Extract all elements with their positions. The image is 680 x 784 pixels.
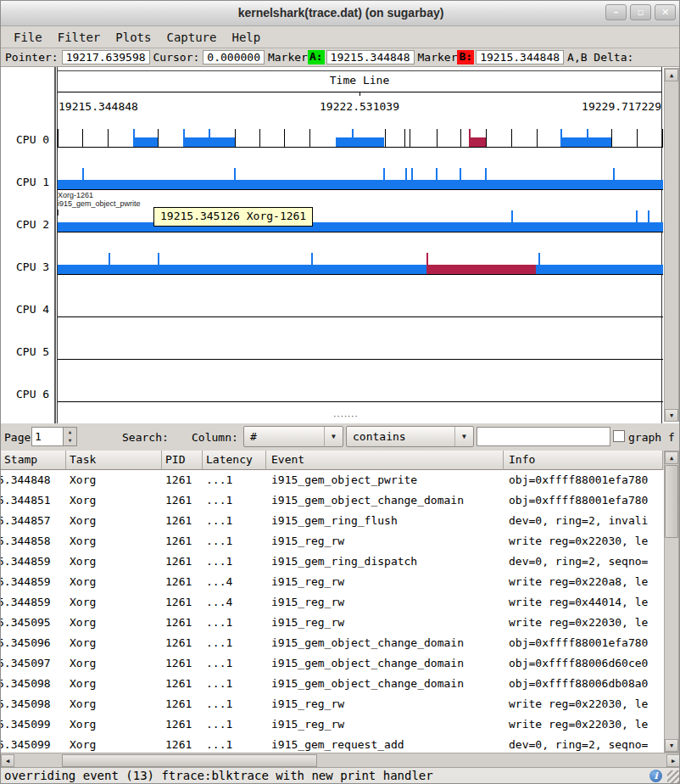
cpu-row-label: CPU 1 <box>16 176 49 188</box>
table-row[interactable]: 5.345098Xorg1261...1i915_reg_rwwrite reg… <box>1 694 664 714</box>
scroll-left-icon[interactable]: ◀ <box>1 754 14 767</box>
col-header-stamp[interactable]: Stamp <box>1 451 66 470</box>
table-row[interactable]: 5.344857Xorg1261...1i915_gem_ring_flushd… <box>1 511 664 531</box>
maximize-button[interactable]: ▫ <box>630 4 651 20</box>
cursor-value: 0.000000 <box>203 50 265 64</box>
col-header-event[interactable]: Event <box>266 451 504 470</box>
table-header: Stamp Task PID Latency Event Info <box>1 451 664 470</box>
page-spinbox[interactable]: 1 ▲▼ <box>31 427 77 446</box>
table-row[interactable]: 5.344859Xorg1261...4i915_reg_rwwrite reg… <box>1 592 664 613</box>
task-event-tick <box>469 129 471 147</box>
cell-task: Xorg <box>66 694 162 714</box>
table-row[interactable]: 5.344851Xorg1261...1i915_gem_object_chan… <box>1 490 664 511</box>
event-tick <box>611 129 612 147</box>
table-row[interactable]: 5.345099Xorg1261...1i915_reg_rwwrite reg… <box>1 714 664 735</box>
task-bar <box>58 265 426 274</box>
table-row[interactable]: 5.345096Xorg1261...1i915_gem_object_chan… <box>1 633 664 653</box>
title-bar[interactable]: kernelshark(trace.dat) (on sugarbay) – ▫… <box>1 1 680 26</box>
column-label: Column: <box>192 431 238 444</box>
table-row[interactable]: 5.344859Xorg1261...4i915_reg_rwwrite reg… <box>1 572 664 592</box>
col-header-task[interactable]: Task <box>66 451 162 470</box>
cell-stamp: 5.344858 <box>1 531 66 552</box>
task-bar <box>426 265 536 274</box>
hscroll-thumb[interactable] <box>62 754 317 767</box>
search-input[interactable] <box>477 427 610 446</box>
column-select[interactable]: # ▼ <box>243 426 343 447</box>
table-vscrollbar[interactable]: ▲ ▼ <box>664 451 679 753</box>
cell-task: Xorg <box>66 592 162 613</box>
graph-scroll-down-icon[interactable]: ▼ <box>665 409 678 422</box>
menu-capture[interactable]: Capture <box>159 28 224 47</box>
scroll-right-icon[interactable]: ▶ <box>666 754 680 767</box>
graph-follows-checkbox[interactable] <box>613 430 625 442</box>
table-hscrollbar[interactable]: ◀ ▶ <box>1 753 680 767</box>
task-bar <box>536 265 663 274</box>
task-event-tick <box>109 253 110 274</box>
cpu-row-label: CPU 5 <box>16 345 49 358</box>
cell-pid: 1261 <box>162 470 203 490</box>
table-row[interactable]: 5.344859Xorg1261...1i915_gem_ring_dispat… <box>1 552 664 572</box>
task-event-tick <box>587 129 588 147</box>
cell-info: obj=0xffff88006d60ce0 <box>504 653 663 674</box>
cell-task: Xorg <box>66 552 162 572</box>
task-event-tick <box>648 210 649 232</box>
table-row[interactable]: 5.344848Xorg1261...1i915_gem_object_pwri… <box>1 470 664 490</box>
cell-task: Xorg <box>66 653 162 674</box>
graph-vscrollbar[interactable]: ▲ ▼ <box>664 68 679 422</box>
match-select-value: contains <box>353 430 406 443</box>
info-icon[interactable]: i <box>649 770 662 782</box>
cell-pid: 1261 <box>162 552 203 572</box>
cell-info: obj=0xffff88001efa780 <box>504 470 663 490</box>
cell-info: obj=0xffff88001efa780 <box>504 490 663 511</box>
minimize-button[interactable]: – <box>605 4 627 20</box>
marker-a-label: Marker <box>266 51 308 64</box>
table-scroll-up-icon[interactable]: ▲ <box>665 451 678 464</box>
marker-b-value: 19215.344848 <box>476 50 564 64</box>
graph-scroll-up-icon[interactable]: ▲ <box>665 69 678 81</box>
cell-stamp: 5.344857 <box>1 511 66 531</box>
window-controls: – ▫ ✕ <box>605 4 676 20</box>
task-bar <box>133 137 158 147</box>
task-event-tick <box>158 253 159 274</box>
table-scroll-thumb[interactable] <box>665 465 678 538</box>
cell-task: Xorg <box>66 572 162 592</box>
close-button[interactable]: ✕ <box>655 4 676 20</box>
timeline-tooltip: 19215.345126 Xorg-1261 <box>153 207 313 227</box>
table-row[interactable]: 5.345099Xorg1261...1i915_gem_request_add… <box>1 735 664 753</box>
table-row[interactable]: 5.344858Xorg1261...1i915_reg_rwwrite reg… <box>1 531 664 552</box>
menu-plots[interactable]: Plots <box>108 28 159 47</box>
task-event-tick <box>426 253 428 274</box>
task-label-name: Xorg-1261 <box>58 191 93 199</box>
cell-pid: 1261 <box>162 653 203 674</box>
menu-help[interactable]: Help <box>224 28 268 47</box>
cpu-baseline <box>58 316 663 317</box>
menu-file[interactable]: File <box>6 28 50 47</box>
table-row[interactable]: 5.345098Xorg1261...1i915_gem_object_chan… <box>1 674 664 694</box>
col-header-pid[interactable]: PID <box>162 451 203 470</box>
table-row[interactable]: 5.345095Xorg1261...1i915_reg_rwwrite reg… <box>1 613 664 633</box>
cpu-baseline <box>58 189 663 190</box>
spin-arrows-icon[interactable]: ▲▼ <box>63 428 76 445</box>
chevron-down-icon: ▼ <box>324 427 343 446</box>
cell-task: Xorg <box>66 613 162 633</box>
cell-info: write reg=0x44014, le <box>504 592 663 613</box>
cell-info: write reg=0x22030, le <box>504 531 663 552</box>
cell-latency: ...1 <box>203 613 266 633</box>
cell-event: i915_gem_object_pwrite <box>266 470 504 490</box>
cell-latency: ...1 <box>203 653 266 674</box>
task-event-tick <box>460 168 461 189</box>
resize-grip-icon[interactable] <box>667 770 680 784</box>
match-select[interactable]: contains ▼ <box>346 426 474 447</box>
table-scroll-down-icon[interactable]: ▼ <box>665 739 678 752</box>
pane-splitter-handle[interactable]: ······· <box>255 412 437 421</box>
col-header-latency[interactable]: Latency <box>203 451 266 470</box>
cell-event: i915_reg_rw <box>266 592 504 613</box>
cell-latency: ...1 <box>203 490 266 511</box>
event-tick <box>58 129 59 147</box>
event-tick <box>235 129 236 147</box>
timeline-plot[interactable] <box>57 67 662 423</box>
table-row[interactable]: 5.345097Xorg1261...1i915_gem_object_chan… <box>1 653 664 674</box>
cell-event: i915_gem_object_change_domain <box>266 653 504 674</box>
menu-filter[interactable]: Filter <box>50 28 109 47</box>
col-header-info[interactable]: Info <box>504 451 663 470</box>
